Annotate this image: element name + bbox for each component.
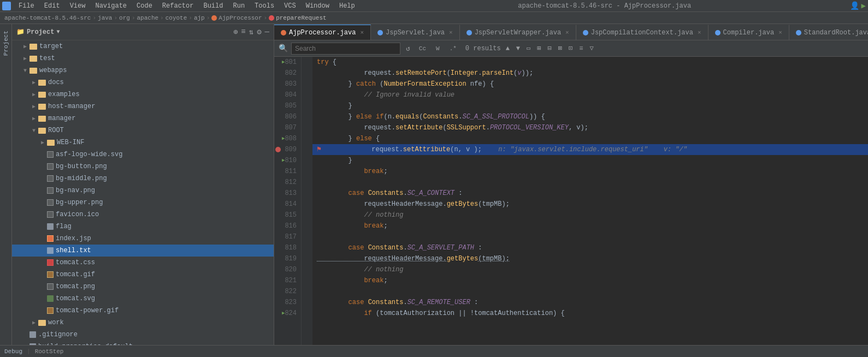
tab-close-btn[interactable]: ×	[778, 29, 782, 36]
tree-item-build-properties-default[interactable]: build.properties.default	[12, 341, 274, 345]
tab-close-btn[interactable]: ×	[449, 29, 453, 36]
menu-item-view[interactable]: View	[66, 1, 90, 11]
line-number-808[interactable]: ▶808	[274, 133, 301, 144]
menu-item-window[interactable]: Window	[302, 1, 334, 11]
menu-item-refactor[interactable]: Refactor	[158, 1, 198, 11]
line-number-810[interactable]: ▶810	[274, 155, 301, 166]
line-number-801[interactable]: ▶801	[274, 57, 301, 68]
code-line-804[interactable]: // Ignore invalid value	[312, 90, 868, 100]
tree-item-bg-nav-png[interactable]: bg-nav.png	[12, 185, 274, 197]
line-number-806[interactable]: 806	[274, 111, 301, 122]
breadcrumb-method[interactable]: prepareRequest	[276, 15, 326, 21]
code-line-821[interactable]: break;	[312, 275, 868, 286]
tree-item-target[interactable]: ▶target	[12, 40, 274, 52]
code-line-808[interactable]: } else {	[312, 133, 868, 144]
code-line-810[interactable]: }	[312, 155, 868, 166]
refresh-btn[interactable]: ↺	[404, 43, 412, 54]
menu-item-edit[interactable]: Edit	[40, 1, 64, 11]
line-number-804[interactable]: 804	[274, 90, 301, 100]
tree-item-tomcat-png[interactable]: tomcat.png	[12, 281, 274, 293]
code-line-818[interactable]: case Constants.SC_A_SERVLET_PATH :	[312, 242, 868, 253]
code-line-811[interactable]: break;	[312, 166, 868, 177]
tree-item-shell-txt[interactable]: shell.txt	[12, 245, 274, 257]
code-line-806[interactable]: } else if(n.equals(Constants.SC_A_SSL_PR…	[312, 111, 868, 122]
tab-StandardRoot_java[interactable]: StandardRoot.java×	[789, 25, 868, 40]
tree-item--gitignore[interactable]: .gitignore	[12, 329, 274, 341]
tree-item-host-manager[interactable]: ▶host-manager	[12, 100, 274, 112]
code-line-817[interactable]	[312, 231, 868, 242]
prev-result-btn[interactable]: ▲	[504, 44, 511, 53]
menu-item-help[interactable]: Help	[335, 1, 359, 11]
menu-item-tools[interactable]: Tools	[250, 1, 279, 11]
breadcrumb-src[interactable]: apache-tomcat-8.5.46-src	[4, 15, 91, 21]
tab-close-btn[interactable]: ×	[360, 29, 364, 36]
tree-item-manager[interactable]: ▶manager	[12, 112, 274, 124]
tree-item-tomcat-power-gif[interactable]: tomcat-power.gif	[12, 305, 274, 317]
line-number-821[interactable]: 821	[274, 275, 301, 286]
search-option2-btn[interactable]: ⊠	[557, 43, 564, 53]
tree-item-tomcat-gif[interactable]: tomcat.gif	[12, 269, 274, 281]
line-number-816[interactable]: 816	[274, 221, 301, 231]
sidebar-tree[interactable]: ▶target▶test▼webapps▶docs▶examples▶host-…	[12, 40, 274, 345]
code-area[interactable]: ▶801802803804805806807▶808809▶8108118128…	[274, 57, 868, 345]
line-number-814[interactable]: 814	[274, 199, 301, 210]
menu-item-file[interactable]: File	[14, 1, 39, 11]
line-number-807[interactable]: 807	[274, 122, 301, 133]
tree-item-examples[interactable]: ▶examples	[12, 88, 274, 100]
breadcrumb-coyote[interactable]: coyote	[166, 15, 187, 21]
line-number-802[interactable]: 802	[274, 68, 301, 79]
tree-item-index-jsp[interactable]: index.jsp	[12, 233, 274, 245]
menu-item-navigate[interactable]: Navigate	[91, 1, 131, 11]
code-line-813[interactable]: case Constants.SC_A_CONTEXT :	[312, 188, 868, 199]
tree-item-WEB-INF[interactable]: ▶WEB-INF	[12, 136, 274, 148]
regex-btn[interactable]: .*	[446, 44, 460, 53]
next-result-btn[interactable]: ▼	[515, 44, 522, 53]
code-line-820[interactable]: // nothing	[312, 264, 868, 275]
bottom-debug[interactable]: Debug	[4, 348, 22, 355]
menu-item-code[interactable]: Code	[132, 1, 157, 11]
line-number-822[interactable]: 822	[274, 286, 301, 297]
breadcrumb-apache[interactable]: apache	[137, 15, 158, 21]
line-number-823[interactable]: 823	[274, 297, 301, 308]
line-number-805[interactable]: 805	[274, 100, 301, 111]
run-icon[interactable]: ▶	[861, 1, 866, 10]
tab-JspServlet_java[interactable]: JspServlet.java×	[371, 25, 460, 40]
line-number-809[interactable]: 809	[274, 144, 301, 155]
tab-Compiler_java[interactable]: Compiler.java×	[708, 25, 789, 40]
tree-item-favicon-ico[interactable]: favicon.ico	[12, 209, 274, 221]
tree-item-test[interactable]: ▶test	[12, 52, 274, 64]
code-line-823[interactable]: case Constants.SC_A_REMOTE_USER :	[312, 297, 868, 308]
menu-item-vcs[interactable]: VCS	[280, 1, 300, 11]
pin-search-btn[interactable]: ⊞	[535, 43, 542, 53]
code-line-824[interactable]: if (tomcatAuthorization || !tomcatAuthen…	[312, 308, 868, 319]
close-search-btn[interactable]: ▭	[525, 43, 532, 53]
tree-item-webapps[interactable]: ▼webapps	[12, 64, 274, 76]
code-line-803[interactable]: } catch (NumberFormatException nfe) {	[312, 79, 868, 90]
code-line-822[interactable]	[312, 286, 868, 297]
code-line-807[interactable]: request.setAttribute(SSLSupport.PROTOCOL…	[312, 122, 868, 133]
sidebar-hide-btn[interactable]: —	[265, 27, 269, 37]
code-line-816[interactable]: break;	[312, 221, 868, 231]
search-option3-btn[interactable]: ⊡	[567, 43, 574, 53]
line-number-812[interactable]: 812	[274, 177, 301, 188]
tree-item-asf-logo-wide-svg[interactable]: asf-logo-wide.svg	[12, 148, 274, 160]
tree-item-flag[interactable]: flag	[12, 221, 274, 233]
tree-item-docs[interactable]: ▶docs	[12, 76, 274, 88]
breadcrumb-java[interactable]: java	[98, 15, 112, 21]
line-number-813[interactable]: 813	[274, 188, 301, 199]
code-line-814[interactable]: requestHeaderMessage.getBytes(tmpMB);	[312, 199, 868, 210]
code-line-815[interactable]: // nothing	[312, 210, 868, 221]
line-number-815[interactable]: 815	[274, 210, 301, 221]
sidebar-locate-btn[interactable]: ⊕	[233, 27, 238, 37]
code-line-819[interactable]: requestHeaderMessage.getBytes(tmpMB);	[312, 253, 868, 264]
tab-close-btn[interactable]: ×	[698, 29, 701, 36]
search-filter-btn[interactable]: ▽	[588, 43, 595, 53]
tab-close-btn[interactable]: ×	[565, 29, 569, 36]
breadcrumb-org[interactable]: org	[119, 15, 130, 21]
tab-JspServletWrapper_java[interactable]: JspServletWrapper.java×	[460, 25, 576, 40]
code-line-812[interactable]	[312, 177, 868, 188]
match-word-btn[interactable]: W	[433, 44, 443, 53]
project-tab[interactable]: Project	[0, 24, 12, 345]
tree-item-tomcat-css[interactable]: tomcat.css	[12, 257, 274, 269]
search-list-btn[interactable]: ≡	[577, 44, 584, 53]
